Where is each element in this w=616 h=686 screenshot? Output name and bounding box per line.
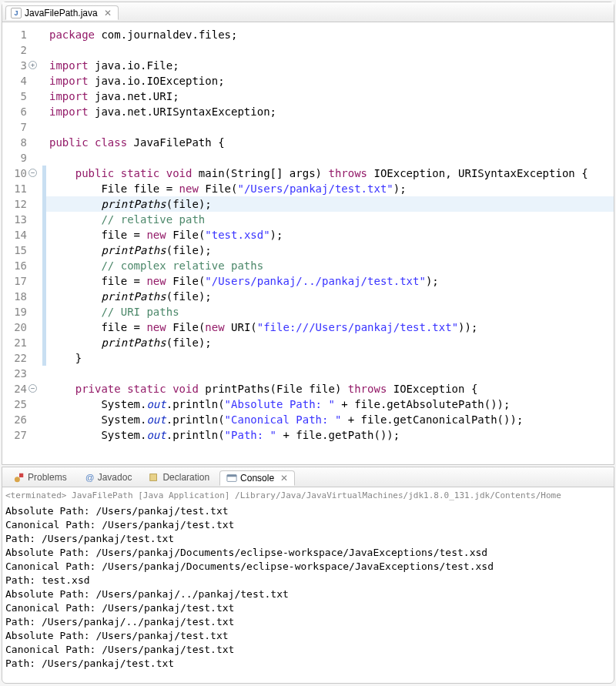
console-line: Path: test.xsd	[5, 574, 611, 587]
console-line: Canonical Path: /Users/pankaj/test.txt	[5, 643, 611, 657]
line-number: 16	[2, 258, 38, 273]
views-tab-bar: Problems@JavadocDeclarationConsole✕	[2, 467, 614, 487]
line-number: 10−	[2, 166, 38, 181]
code-line[interactable]	[46, 150, 614, 166]
line-number: 5	[2, 89, 38, 104]
code-line[interactable]: package com.journaldev.files;	[46, 27, 614, 42]
fold-toggle-icon[interactable]: +	[28, 61, 37, 69]
line-number: 4	[2, 73, 38, 89]
line-number: 12	[2, 196, 38, 212]
svg-rect-3	[150, 474, 157, 480]
code-line[interactable]: public static void main(String[] args) t…	[46, 166, 614, 181]
console-line: Canonical Path: /Users/pankaj/test.txt	[5, 601, 611, 615]
line-number: 3+	[2, 58, 38, 73]
console-line: Canonical Path: /Users/pankaj/test.txt	[5, 518, 611, 532]
line-number: 21	[2, 335, 38, 350]
code-line[interactable]: System.out.println("Canonical Path: " + …	[46, 412, 614, 427]
code-line[interactable]	[46, 366, 614, 381]
code-line[interactable]: printPaths(file);	[46, 196, 614, 212]
line-number: 11	[2, 181, 38, 196]
view-tab-label: Javadoc	[98, 472, 132, 483]
code-line[interactable]: }	[46, 350, 614, 366]
line-number: 20	[2, 320, 38, 335]
view-tab-declaration[interactable]: Declaration	[142, 470, 216, 485]
line-number: 15	[2, 243, 38, 258]
fold-toggle-icon[interactable]: −	[28, 384, 37, 393]
line-number: 26	[2, 412, 38, 427]
line-number: 24−	[2, 381, 38, 397]
view-tab-label: Declaration	[162, 472, 209, 483]
view-tab-problems[interactable]: Problems	[7, 470, 74, 485]
svg-text:@: @	[85, 473, 94, 482]
problems-icon	[14, 472, 25, 483]
code-line[interactable]: printPaths(file);	[46, 289, 614, 304]
code-line[interactable]: import java.io.IOException;	[46, 73, 614, 89]
code-line[interactable]: file = new File(new URI("file:///Users/p…	[46, 320, 614, 335]
java-file-icon: J	[11, 8, 22, 18]
view-tab-label: Problems	[28, 472, 67, 483]
console-line: Canonical Path: /Users/pankaj/Documents/…	[5, 560, 611, 574]
javadoc-icon: @	[84, 472, 95, 483]
code-line[interactable]	[46, 42, 614, 58]
close-icon[interactable]: ✕	[104, 8, 112, 18]
code-line[interactable]: File file = new File("/Users/pankaj/test…	[46, 181, 614, 196]
code-line[interactable]: file = new File("/Users/pankaj/../pankaj…	[46, 273, 614, 289]
line-number: 7	[2, 119, 38, 135]
svg-rect-5	[227, 474, 236, 477]
code-lines[interactable]: package com.journaldev.files;import java…	[46, 27, 614, 464]
close-icon[interactable]: ✕	[280, 473, 288, 484]
editor-tab-bar: J JavaFilePath.java ✕	[2, 2, 614, 22]
code-line[interactable]: public class JavaFilePath {	[46, 135, 614, 150]
code-line[interactable]: // complex relative paths	[46, 258, 614, 273]
line-number: 23	[2, 366, 38, 381]
code-line[interactable]: printPaths(file);	[46, 335, 614, 350]
console-line: Absolute Path: /Users/pankaj/test.txt	[5, 629, 611, 643]
code-line[interactable]: printPaths(file);	[46, 243, 614, 258]
code-line[interactable]: import java.net.URI;	[46, 89, 614, 104]
code-line[interactable]: file = new File("test.xsd");	[46, 227, 614, 243]
editor-tab[interactable]: J JavaFilePath.java ✕	[5, 5, 119, 20]
view-tab-console[interactable]: Console✕	[219, 470, 295, 486]
line-number: 13	[2, 212, 38, 227]
declaration-icon	[149, 472, 159, 483]
line-number: 19	[2, 304, 38, 320]
console-line: Path: /Users/pankaj/../pankaj/test.txt	[5, 615, 611, 629]
line-number: 18	[2, 289, 38, 304]
code-area[interactable]: 123+45678910−111213141516171819202122232…	[2, 22, 614, 464]
code-line[interactable]: private static void printPaths(File file…	[46, 381, 614, 397]
console-line: Absolute Path: /Users/pankaj/test.txt	[5, 504, 611, 518]
line-number: 22	[2, 350, 38, 366]
code-line[interactable]: System.out.println("Absolute Path: " + f…	[46, 397, 614, 412]
console-line: Path: /Users/pankaj/test.txt	[5, 657, 611, 671]
editor-tab-filename: JavaFilePath.java	[25, 8, 98, 18]
line-number: 1	[2, 27, 38, 42]
line-number: 17	[2, 273, 38, 289]
console-header: <terminated> JavaFilePath [Java Applicat…	[5, 489, 611, 503]
editor-pane: J JavaFilePath.java ✕ 123+45678910−11121…	[2, 2, 614, 465]
code-line[interactable]: // relative path	[46, 212, 614, 227]
line-number: 27	[2, 427, 38, 443]
code-line[interactable]: System.out.println("Path: " + file.getPa…	[46, 427, 614, 443]
fold-toggle-icon[interactable]: −	[28, 169, 37, 177]
code-line[interactable]	[46, 119, 614, 135]
console-line: Absolute Path: /Users/pankaj/Documents/e…	[5, 546, 611, 560]
view-tab-label: Console	[240, 473, 274, 484]
line-number: 6	[2, 104, 38, 119]
console-line: Absolute Path: /Users/pankaj/../pankaj/t…	[5, 587, 611, 601]
svg-rect-1	[19, 473, 23, 477]
line-number: 2	[2, 42, 38, 58]
console-line: Path: /Users/pankaj/test.txt	[5, 532, 611, 546]
line-number: 9	[2, 150, 38, 166]
line-number-gutter: 123+45678910−111213141516171819202122232…	[2, 27, 42, 464]
svg-point-0	[15, 477, 20, 482]
bottom-pane: Problems@JavadocDeclarationConsole✕ <ter…	[2, 467, 614, 684]
line-number: 25	[2, 397, 38, 412]
code-line[interactable]: // URI paths	[46, 304, 614, 320]
code-line[interactable]: import java.net.URISyntaxException;	[46, 104, 614, 119]
view-tab-javadoc[interactable]: @Javadoc	[77, 470, 139, 485]
console-icon	[226, 473, 237, 484]
line-number: 14	[2, 227, 38, 243]
line-number: 8	[2, 135, 38, 150]
code-line[interactable]: import java.io.File;	[46, 58, 614, 73]
console-output[interactable]: <terminated> JavaFilePath [Java Applicat…	[2, 487, 614, 683]
